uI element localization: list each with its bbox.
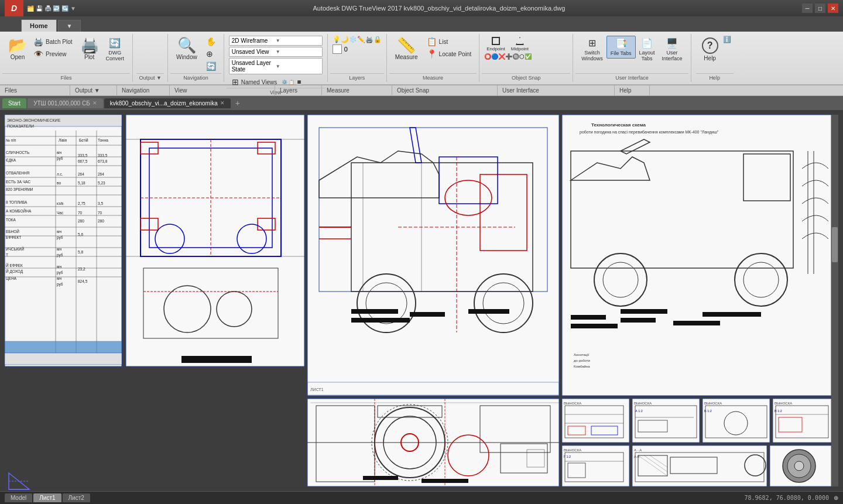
close-button[interactable]: ✕	[828, 4, 838, 13]
tab-arrow[interactable]: ▼	[58, 20, 81, 32]
orbit-button[interactable]: 🔄	[203, 60, 219, 72]
layout-tabs-label: LayoutTabs	[639, 50, 655, 61]
ribbon-group-layers: 💡🌙❄️✏️🖨️🔒 0 Layers	[328, 34, 387, 82]
ribbon-group-navigation: 🔍 Window ✋ ⊕ 🔄 Navigation	[168, 34, 224, 82]
help-button[interactable]: ? Help	[698, 36, 722, 63]
measure-label-bottom: Measure	[389, 73, 477, 82]
section-ui: User Interface	[498, 85, 615, 95]
window-label: Window	[176, 54, 197, 60]
svg-rect-131	[571, 315, 606, 320]
app-logo: D	[5, 0, 23, 16]
ui-label-bottom: User Interface	[575, 73, 688, 82]
wireframe-arrow: ▼	[276, 38, 320, 43]
svg-text:5,6: 5,6	[78, 232, 83, 236]
svg-rect-74	[5, 341, 122, 353]
tab-home[interactable]: Home	[21, 19, 57, 32]
sheet1-tab[interactable]: Лист1	[33, 493, 61, 502]
svg-text:мн: мн	[57, 265, 61, 269]
sheet2-tab[interactable]: Лист2	[63, 493, 90, 502]
measure-button[interactable]: 📏 Measure	[392, 36, 422, 62]
snap-content: Endpoint Midpoint ⭕🔵❌➕🔘⬡✅	[482, 34, 570, 73]
tab-kvk-close[interactable]: ✕	[220, 100, 225, 106]
color-swatch[interactable]	[333, 44, 342, 54]
measure-icon: 📏	[397, 37, 416, 53]
svg-rect-93	[181, 356, 252, 363]
open-button[interactable]: 📂 Open	[5, 36, 30, 62]
view-dropdown[interactable]: Unsaved View ▼	[229, 47, 323, 57]
tab-utsh[interactable]: УТШ 001,000,000 СБ ✕	[28, 98, 103, 108]
svg-text:ВЫНОСКА: ВЫНОСКА	[634, 402, 652, 405]
svg-rect-127	[621, 309, 667, 314]
svg-text:Тонна: Тонна	[98, 138, 108, 142]
tab-start[interactable]: Start	[2, 98, 26, 108]
dwg-convert-button[interactable]: 🔄 DWGConvert	[102, 36, 128, 63]
model-tab[interactable]: Model	[5, 493, 32, 502]
tab-add-button[interactable]: +	[232, 98, 244, 108]
endpoint-button[interactable]: Endpoint	[484, 36, 508, 53]
ribbon-group-measure: 📏 Measure 📋 List 📍 Locate Point Measure	[387, 34, 480, 82]
svg-text:руб: руб	[57, 235, 63, 240]
locate-icon: 📍	[427, 49, 437, 59]
preview-label: Preview	[46, 51, 67, 57]
help-label: Help	[704, 55, 716, 61]
section-labels: Files Output ▼ Navigation View Layers Me…	[0, 85, 843, 96]
pan-icon: ✋	[206, 37, 216, 46]
preview-button[interactable]: 👁️ Preview	[30, 48, 76, 60]
measure-content: 📏 Measure 📋 List 📍 Locate Point	[389, 34, 477, 73]
svg-text:5,23: 5,23	[98, 181, 105, 185]
status-right: 78.9682, 76.0080, 0.0000 ⊕	[745, 495, 839, 501]
tab-utsh-label: УТШ 001,000,000 СБ	[33, 100, 90, 107]
midpoint-button[interactable]: Midpoint	[509, 36, 531, 53]
canvas-area[interactable]: ЭКОНО-ЭКОНОМИЧЕСКИЕ ПОКАЗАТЕЛИ № п/п	[0, 110, 843, 491]
plot-button[interactable]: 🖨️ Plot	[77, 36, 102, 62]
file-tabs-button[interactable]: 📑 File Tabs	[606, 36, 636, 59]
layout-tabs-button[interactable]: 📄 LayoutTabs	[636, 36, 659, 63]
orbit-icon: 🔄	[206, 61, 216, 71]
list-icon: 📋	[427, 37, 437, 46]
minimize-button[interactable]: ─	[802, 4, 813, 13]
section-layers: Layers	[275, 85, 322, 95]
title-bar-center: Autodesk DWG TrueView 2017 kvk800_obschi…	[76, 5, 802, 12]
svg-text:ЛИСТ1: ЛИСТ1	[310, 388, 324, 392]
zoom-button[interactable]: ⊕	[203, 48, 219, 60]
help-label: Help	[696, 73, 734, 82]
named-views-label: Named Views	[241, 79, 277, 85]
svg-text:ЦЕНА: ЦЕНА	[6, 276, 17, 281]
view-value: Unsaved View	[232, 49, 276, 55]
help-content: ? Help ℹ️	[696, 34, 734, 73]
window-button[interactable]: 🔍 Window	[173, 36, 201, 62]
svg-text:333,5: 333,5	[98, 153, 108, 157]
navigation-label: Navigation	[170, 73, 221, 82]
svg-text:А-А: А-А	[634, 455, 640, 458]
svg-rect-111	[410, 312, 445, 317]
color-row: 0	[333, 44, 348, 54]
svg-text:мн: мн	[57, 276, 61, 280]
svg-text:ВЫНОСКА: ВЫНОСКА	[564, 448, 581, 452]
files-label: Files	[2, 73, 130, 82]
batch-plot-button[interactable]: 🖨️ Batch Plot	[30, 36, 76, 47]
maximize-button[interactable]: □	[815, 4, 825, 13]
tab-kvk[interactable]: kvk800_obschiy_vi...a_doizm_ekonomika ✕	[104, 98, 231, 108]
ribbon-group-help: ? Help ℹ️ Help	[691, 34, 738, 82]
user-interface-button[interactable]: 🖥️ UserInterface	[659, 36, 686, 63]
list-button[interactable]: 📋 List	[424, 36, 475, 47]
locate-point-button[interactable]: 📍 Locate Point	[424, 48, 475, 60]
wireframe-dropdown[interactable]: 2D Wireframe ▼	[229, 36, 323, 46]
compass-icon: ⊕	[834, 495, 838, 501]
svg-text:А 1:2: А 1:2	[635, 409, 643, 413]
switch-windows-button[interactable]: ⊞ SwitchWindows	[578, 36, 606, 63]
layer-controls: 💡🌙❄️✏️🖨️🔒	[333, 36, 382, 43]
midpoint-label: Midpoint	[511, 46, 529, 52]
pan-button[interactable]: ✋	[203, 36, 219, 47]
ribbon-group-snap: Endpoint Midpoint ⭕🔵❌➕🔘⬡✅ Object Snap	[479, 34, 573, 82]
svg-text:70: 70	[78, 211, 83, 215]
svg-text:мн: мн	[57, 229, 61, 234]
layer-state-dropdown[interactable]: Unsaved Layer State ▼	[229, 58, 323, 74]
preview-icon: 👁️	[33, 49, 43, 59]
svg-text:Б 1:2: Б 1:2	[704, 409, 712, 413]
batch-plot-label: Batch Plot	[46, 39, 73, 45]
section-navigation: Navigation	[117, 85, 170, 95]
svg-rect-116	[562, 115, 831, 396]
coordinates-display: 78.9682, 76.0080, 0.0000	[745, 495, 830, 501]
tab-utsh-close[interactable]: ✕	[92, 100, 97, 106]
